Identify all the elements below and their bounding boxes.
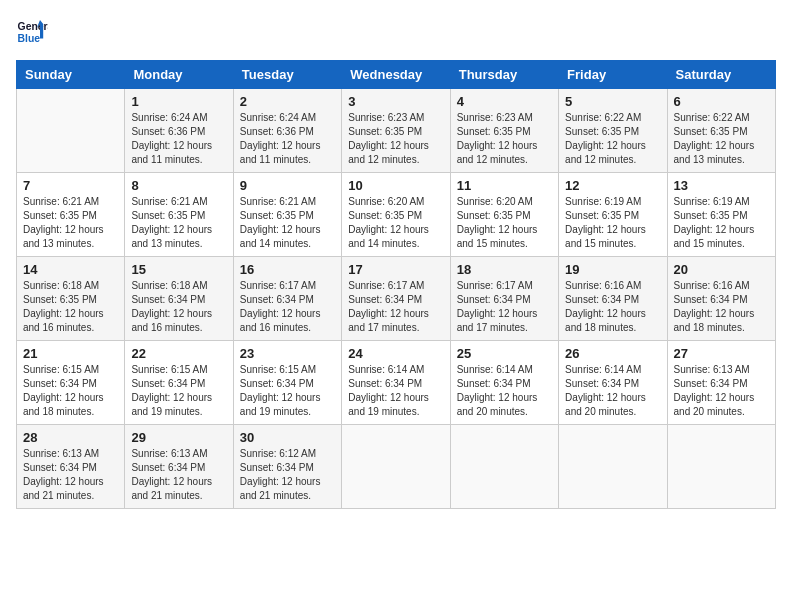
day-info: Sunrise: 6:13 AM Sunset: 6:34 PM Dayligh… xyxy=(674,363,769,419)
day-info: Sunrise: 6:14 AM Sunset: 6:34 PM Dayligh… xyxy=(565,363,660,419)
day-number: 30 xyxy=(240,430,335,445)
calendar-table: SundayMondayTuesdayWednesdayThursdayFrid… xyxy=(16,60,776,509)
calendar-cell: 3Sunrise: 6:23 AM Sunset: 6:35 PM Daylig… xyxy=(342,89,450,173)
day-number: 8 xyxy=(131,178,226,193)
day-number: 2 xyxy=(240,94,335,109)
day-number: 6 xyxy=(674,94,769,109)
day-number: 20 xyxy=(674,262,769,277)
calendar-cell: 27Sunrise: 6:13 AM Sunset: 6:34 PM Dayli… xyxy=(667,341,775,425)
calendar-cell xyxy=(450,425,558,509)
calendar-cell: 5Sunrise: 6:22 AM Sunset: 6:35 PM Daylig… xyxy=(559,89,667,173)
calendar-cell: 17Sunrise: 6:17 AM Sunset: 6:34 PM Dayli… xyxy=(342,257,450,341)
day-info: Sunrise: 6:14 AM Sunset: 6:34 PM Dayligh… xyxy=(457,363,552,419)
day-number: 16 xyxy=(240,262,335,277)
day-info: Sunrise: 6:23 AM Sunset: 6:35 PM Dayligh… xyxy=(348,111,443,167)
day-number: 26 xyxy=(565,346,660,361)
day-number: 11 xyxy=(457,178,552,193)
day-number: 7 xyxy=(23,178,118,193)
day-info: Sunrise: 6:19 AM Sunset: 6:35 PM Dayligh… xyxy=(674,195,769,251)
day-info: Sunrise: 6:16 AM Sunset: 6:34 PM Dayligh… xyxy=(674,279,769,335)
calendar-cell: 26Sunrise: 6:14 AM Sunset: 6:34 PM Dayli… xyxy=(559,341,667,425)
day-info: Sunrise: 6:13 AM Sunset: 6:34 PM Dayligh… xyxy=(131,447,226,503)
day-info: Sunrise: 6:18 AM Sunset: 6:35 PM Dayligh… xyxy=(23,279,118,335)
day-number: 25 xyxy=(457,346,552,361)
logo: General Blue xyxy=(16,16,48,48)
day-number: 23 xyxy=(240,346,335,361)
day-info: Sunrise: 6:20 AM Sunset: 6:35 PM Dayligh… xyxy=(348,195,443,251)
calendar-cell xyxy=(559,425,667,509)
column-header-tuesday: Tuesday xyxy=(233,61,341,89)
calendar-cell xyxy=(667,425,775,509)
calendar-cell: 15Sunrise: 6:18 AM Sunset: 6:34 PM Dayli… xyxy=(125,257,233,341)
calendar-cell: 19Sunrise: 6:16 AM Sunset: 6:34 PM Dayli… xyxy=(559,257,667,341)
day-number: 14 xyxy=(23,262,118,277)
week-row-3: 14Sunrise: 6:18 AM Sunset: 6:35 PM Dayli… xyxy=(17,257,776,341)
calendar-cell: 25Sunrise: 6:14 AM Sunset: 6:34 PM Dayli… xyxy=(450,341,558,425)
day-info: Sunrise: 6:14 AM Sunset: 6:34 PM Dayligh… xyxy=(348,363,443,419)
logo-icon: General Blue xyxy=(16,16,48,48)
day-number: 5 xyxy=(565,94,660,109)
day-info: Sunrise: 6:16 AM Sunset: 6:34 PM Dayligh… xyxy=(565,279,660,335)
week-row-4: 21Sunrise: 6:15 AM Sunset: 6:34 PM Dayli… xyxy=(17,341,776,425)
day-info: Sunrise: 6:22 AM Sunset: 6:35 PM Dayligh… xyxy=(565,111,660,167)
day-info: Sunrise: 6:15 AM Sunset: 6:34 PM Dayligh… xyxy=(23,363,118,419)
day-number: 21 xyxy=(23,346,118,361)
day-number: 22 xyxy=(131,346,226,361)
calendar-cell: 14Sunrise: 6:18 AM Sunset: 6:35 PM Dayli… xyxy=(17,257,125,341)
calendar-cell xyxy=(342,425,450,509)
week-row-1: 1Sunrise: 6:24 AM Sunset: 6:36 PM Daylig… xyxy=(17,89,776,173)
calendar-cell: 22Sunrise: 6:15 AM Sunset: 6:34 PM Dayli… xyxy=(125,341,233,425)
calendar-header-row: SundayMondayTuesdayWednesdayThursdayFrid… xyxy=(17,61,776,89)
day-info: Sunrise: 6:19 AM Sunset: 6:35 PM Dayligh… xyxy=(565,195,660,251)
calendar-cell: 9Sunrise: 6:21 AM Sunset: 6:35 PM Daylig… xyxy=(233,173,341,257)
calendar-cell: 24Sunrise: 6:14 AM Sunset: 6:34 PM Dayli… xyxy=(342,341,450,425)
day-number: 12 xyxy=(565,178,660,193)
day-info: Sunrise: 6:17 AM Sunset: 6:34 PM Dayligh… xyxy=(457,279,552,335)
day-number: 19 xyxy=(565,262,660,277)
calendar-cell: 10Sunrise: 6:20 AM Sunset: 6:35 PM Dayli… xyxy=(342,173,450,257)
column-header-wednesday: Wednesday xyxy=(342,61,450,89)
calendar-cell: 7Sunrise: 6:21 AM Sunset: 6:35 PM Daylig… xyxy=(17,173,125,257)
column-header-saturday: Saturday xyxy=(667,61,775,89)
day-info: Sunrise: 6:13 AM Sunset: 6:34 PM Dayligh… xyxy=(23,447,118,503)
calendar-body: 1Sunrise: 6:24 AM Sunset: 6:36 PM Daylig… xyxy=(17,89,776,509)
calendar-cell: 21Sunrise: 6:15 AM Sunset: 6:34 PM Dayli… xyxy=(17,341,125,425)
day-info: Sunrise: 6:24 AM Sunset: 6:36 PM Dayligh… xyxy=(131,111,226,167)
column-header-monday: Monday xyxy=(125,61,233,89)
week-row-5: 28Sunrise: 6:13 AM Sunset: 6:34 PM Dayli… xyxy=(17,425,776,509)
calendar-cell: 23Sunrise: 6:15 AM Sunset: 6:34 PM Dayli… xyxy=(233,341,341,425)
calendar-cell: 18Sunrise: 6:17 AM Sunset: 6:34 PM Dayli… xyxy=(450,257,558,341)
day-info: Sunrise: 6:12 AM Sunset: 6:34 PM Dayligh… xyxy=(240,447,335,503)
day-info: Sunrise: 6:24 AM Sunset: 6:36 PM Dayligh… xyxy=(240,111,335,167)
svg-text:General: General xyxy=(18,21,48,32)
day-number: 1 xyxy=(131,94,226,109)
day-number: 24 xyxy=(348,346,443,361)
day-info: Sunrise: 6:18 AM Sunset: 6:34 PM Dayligh… xyxy=(131,279,226,335)
day-info: Sunrise: 6:17 AM Sunset: 6:34 PM Dayligh… xyxy=(348,279,443,335)
day-info: Sunrise: 6:23 AM Sunset: 6:35 PM Dayligh… xyxy=(457,111,552,167)
svg-text:Blue: Blue xyxy=(18,33,41,44)
day-number: 15 xyxy=(131,262,226,277)
calendar-cell: 11Sunrise: 6:20 AM Sunset: 6:35 PM Dayli… xyxy=(450,173,558,257)
day-info: Sunrise: 6:22 AM Sunset: 6:35 PM Dayligh… xyxy=(674,111,769,167)
day-number: 4 xyxy=(457,94,552,109)
day-info: Sunrise: 6:21 AM Sunset: 6:35 PM Dayligh… xyxy=(240,195,335,251)
calendar-cell: 2Sunrise: 6:24 AM Sunset: 6:36 PM Daylig… xyxy=(233,89,341,173)
day-number: 9 xyxy=(240,178,335,193)
column-header-sunday: Sunday xyxy=(17,61,125,89)
column-header-friday: Friday xyxy=(559,61,667,89)
column-header-thursday: Thursday xyxy=(450,61,558,89)
calendar-cell: 6Sunrise: 6:22 AM Sunset: 6:35 PM Daylig… xyxy=(667,89,775,173)
day-number: 18 xyxy=(457,262,552,277)
calendar-cell: 12Sunrise: 6:19 AM Sunset: 6:35 PM Dayli… xyxy=(559,173,667,257)
day-info: Sunrise: 6:21 AM Sunset: 6:35 PM Dayligh… xyxy=(131,195,226,251)
calendar-cell: 20Sunrise: 6:16 AM Sunset: 6:34 PM Dayli… xyxy=(667,257,775,341)
day-number: 3 xyxy=(348,94,443,109)
calendar-cell: 29Sunrise: 6:13 AM Sunset: 6:34 PM Dayli… xyxy=(125,425,233,509)
day-info: Sunrise: 6:15 AM Sunset: 6:34 PM Dayligh… xyxy=(131,363,226,419)
calendar-cell: 13Sunrise: 6:19 AM Sunset: 6:35 PM Dayli… xyxy=(667,173,775,257)
page-header: General Blue xyxy=(16,16,776,48)
day-number: 17 xyxy=(348,262,443,277)
day-info: Sunrise: 6:15 AM Sunset: 6:34 PM Dayligh… xyxy=(240,363,335,419)
day-number: 28 xyxy=(23,430,118,445)
